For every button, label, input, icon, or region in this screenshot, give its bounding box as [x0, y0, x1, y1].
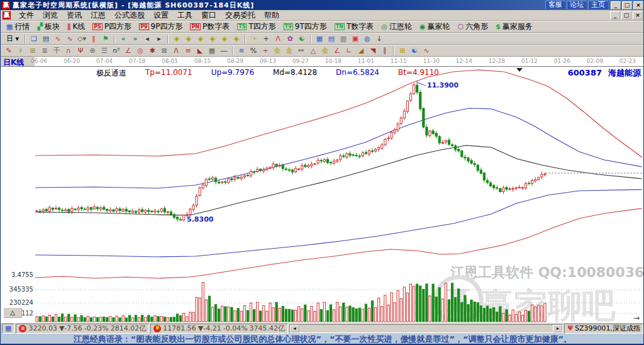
draw-levels-icon[interactable]: ≣: [39, 46, 50, 56]
draw-channel-icon[interactable]: ∥: [379, 46, 391, 56]
small-wave-icon[interactable]: ∿: [52, 34, 64, 44]
app-minimize-button[interactable]: _: [611, 1, 621, 9]
draw-gold2-icon[interactable]: 金: [284, 46, 295, 56]
t-square-button[interactable]: TST四方形: [234, 21, 279, 32]
draw-fib-icon[interactable]: ≡: [182, 46, 194, 56]
draw-triangle-icon[interactable]: △: [308, 46, 319, 56]
p-table-button[interactable]: PNP数字表: [187, 21, 233, 32]
calendar-icon[interactable]: ▦: [314, 34, 325, 44]
notebook-icon[interactable]: ▥: [338, 34, 349, 44]
flag-icon[interactable]: ⚑: [100, 34, 111, 44]
draw-speed-icon[interactable]: ◥: [367, 46, 379, 56]
scroll-right-icon[interactable]: ▸: [553, 325, 562, 332]
doc-restore-button[interactable]: □: [621, 11, 631, 20]
status-scrollbar[interactable]: ◂ ▸: [289, 324, 563, 333]
calculator-icon[interactable]: ▤: [326, 34, 337, 44]
draw-box-icon[interactable]: ⊠: [158, 46, 170, 56]
shenzhen-index-panel[interactable]: ¥ 11781.56 ▼-4.21 -0.04% 3745.42亿: [150, 324, 288, 334]
last-bar-icon[interactable]: »: [130, 34, 141, 44]
draw-bars-icon[interactable]: ☰: [99, 46, 110, 56]
scroll-left-icon[interactable]: ◂: [290, 325, 299, 332]
draw-hline-icon[interactable]: ―: [218, 46, 230, 56]
draw-brush-icon[interactable]: ✏: [296, 46, 307, 56]
app-restore-button[interactable]: □: [622, 1, 632, 9]
draw-angle1-icon[interactable]: ∠: [331, 46, 343, 56]
draw-percent-icon[interactable]: %: [248, 46, 259, 56]
titlebar-link-2[interactable]: 主页: [588, 1, 608, 9]
draw-angle2-icon[interactable]: ∟: [343, 46, 355, 56]
market-grid-button[interactable]: ▦: [2, 324, 14, 334]
crosshair-icon[interactable]: +: [260, 34, 272, 44]
t9-square-button[interactable]: T99T四方形: [280, 21, 330, 32]
draw-taichi-icon[interactable]: ☯: [409, 46, 420, 56]
gann-wheel-button[interactable]: ◎江恩轮: [378, 21, 415, 32]
draw-ratio-icon[interactable]: ≋: [236, 46, 247, 56]
menu-item-工具[interactable]: 工具: [173, 10, 197, 20]
hexagon-button[interactable]: ⬡六角形: [455, 21, 492, 32]
draw-ruler-icon[interactable]: ♯: [15, 46, 26, 56]
menu-item-资讯[interactable]: 资讯: [62, 10, 86, 20]
draw-fan-icon[interactable]: ◣: [194, 46, 206, 56]
doc-minimize-button[interactable]: _: [610, 11, 620, 20]
p9-square-button[interactable]: P99P四方形: [136, 21, 186, 32]
chart-scroll-right-icon[interactable]: →: [633, 314, 640, 322]
period-selector[interactable]: 日 ▾: [3, 34, 22, 44]
cycle-tool-icon[interactable]: ☯: [296, 34, 308, 44]
p-square-button[interactable]: PSP四方形: [89, 21, 135, 32]
diamond-center-icon[interactable]: ◈: [219, 34, 230, 44]
menu-item-文件[interactable]: 文件: [14, 10, 38, 20]
draw-n2-icon[interactable]: n²: [111, 46, 122, 56]
save-icon[interactable]: ▣: [350, 34, 361, 44]
shanghai-index-panel[interactable]: ≡ 3220.03 ▼-7.56 -0.23% 2814.02亿: [16, 324, 149, 334]
draw-grid-icon[interactable]: ⊞: [27, 46, 38, 56]
draw-table-icon[interactable]: ⊞: [397, 46, 408, 56]
menu-item-帮助[interactable]: 帮助: [260, 10, 284, 20]
draw-angle3-icon[interactable]: ◢: [355, 46, 367, 56]
kline-chart[interactable]: 江恩工具软件 QQ:100800360赢赢家聊吧3.47553453352302…: [1, 67, 644, 322]
download-icon[interactable]: ↓: [374, 34, 385, 44]
app-close-button[interactable]: ×: [633, 1, 643, 9]
sectors-button[interactable]: ▞板块: [34, 21, 62, 32]
marker-style-icon[interactable]: ◇▾: [76, 34, 87, 44]
draw-grid2-icon[interactable]: ▦: [206, 46, 218, 56]
hand-pan-icon[interactable]: ☞: [248, 34, 260, 44]
draw-percent2-icon[interactable]: ÷: [260, 46, 271, 56]
draw-circle-cross-icon[interactable]: ⊕: [87, 46, 98, 56]
quote-page-icon[interactable]: ▤: [40, 34, 52, 44]
diamond-right-icon[interactable]: ◈: [183, 34, 194, 44]
menu-item-江恩[interactable]: 江恩: [86, 10, 110, 20]
quotes-button[interactable]: ▦行情: [3, 21, 33, 32]
prev-bar-icon[interactable]: ◂: [142, 34, 153, 44]
draw-target-icon[interactable]: ◎: [135, 46, 146, 56]
web-search-icon[interactable]: ◍: [362, 34, 373, 44]
diamond-expand-icon[interactable]: ◈: [195, 34, 206, 44]
trend-mark-icon[interactable]: Λ: [272, 34, 284, 44]
current-symbol-panel[interactable]: Ψ SZ399001,深证成指: [564, 324, 643, 334]
kline-style-icon[interactable]: ‖: [88, 34, 99, 44]
diamond-all-icon[interactable]: ◈: [231, 34, 242, 44]
panel-expand-button[interactable]: △: [3, 307, 22, 318]
t-table-button[interactable]: TNT数字表: [331, 21, 377, 32]
draw-wave2-icon[interactable]: ∿: [421, 46, 432, 56]
draw-gold3-icon[interactable]: 金: [319, 46, 331, 56]
titlebar-link-1[interactable]: 论坛: [567, 1, 587, 9]
draw-pen-icon[interactable]: ✎: [3, 46, 14, 56]
diamond-left-icon[interactable]: ◈: [171, 34, 182, 44]
menu-item-设置[interactable]: 设置: [149, 10, 173, 20]
menu-item-浏览[interactable]: 浏览: [38, 10, 62, 20]
titlebar-link-0[interactable]: 客服: [545, 1, 565, 9]
draw-pitchfork-icon[interactable]: Ψ: [75, 46, 86, 56]
first-bar-icon[interactable]: «: [118, 34, 129, 44]
kline-button[interactable]: ∥K线: [64, 21, 88, 32]
menu-item-交易委托[interactable]: 交易委托: [221, 10, 260, 20]
draw-peak-icon[interactable]: Λ: [170, 46, 182, 56]
draw-angle-icon[interactable]: ∠: [123, 46, 134, 56]
draw-tline-icon[interactable]: 干: [51, 46, 62, 56]
draw-gold-icon[interactable]: 金: [272, 46, 283, 56]
draw-star-icon[interactable]: ✱: [147, 46, 158, 56]
menu-item-公式选股[interactable]: 公式选股: [110, 10, 149, 20]
menu-item-窗口[interactable]: 窗口: [197, 10, 221, 20]
gann-tool-icon[interactable]: ✿: [284, 34, 296, 44]
wave-icon[interactable]: ∿: [64, 34, 75, 44]
draw-arc-icon[interactable]: ∩: [63, 46, 74, 56]
